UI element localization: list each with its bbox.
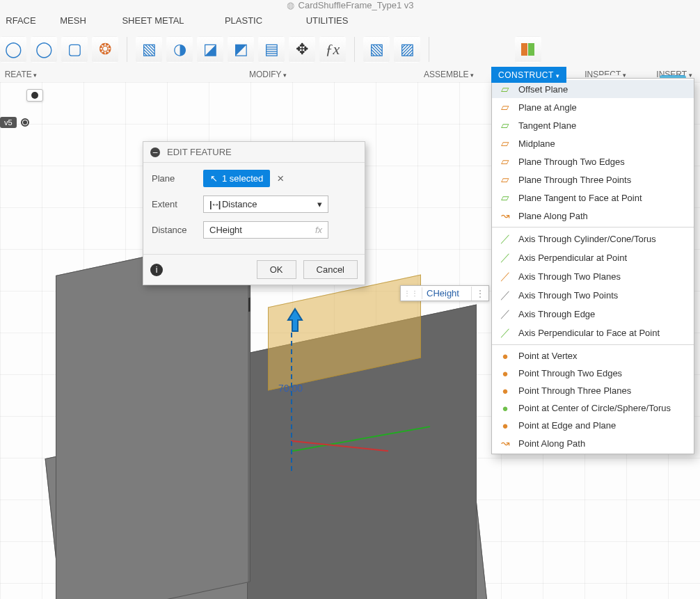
- category-mesh[interactable]: MESH: [42, 15, 104, 31]
- group-modify[interactable]: MODIFY: [223, 70, 313, 83]
- clear-selection-icon[interactable]: ×: [277, 172, 284, 186]
- category-surface[interactable]: RFACE: [0, 15, 42, 31]
- menu-axis-two-points[interactable]: ／Axis Through Two Points: [492, 286, 694, 305]
- ok-button[interactable]: OK: [257, 260, 296, 279]
- revolve-icon[interactable]: ◑: [166, 36, 193, 63]
- inline-distance-input[interactable]: ⋮⋮ ⋮: [400, 285, 489, 301]
- plane-tangent-face-icon: ▱: [499, 191, 511, 204]
- point-path-icon: ↝: [499, 437, 511, 449]
- extrude-icon[interactable]: ▧: [136, 36, 162, 63]
- group-construct-active[interactable]: CONSTRUCT: [491, 67, 566, 83]
- cancel-button[interactable]: Cancel: [303, 260, 358, 279]
- axis-perp-face-icon: ／: [499, 326, 511, 340]
- plane-three-points-icon: ▱: [499, 173, 511, 186]
- menu-plane-tangent-face[interactable]: ▱Plane Tangent to Face at Point: [492, 189, 694, 207]
- menu-separator-2: [492, 344, 694, 345]
- component-cube-icon: [287, 0, 294, 10]
- menu-axis-cct[interactable]: ／Axis Through Cylinder/Cone/Torus: [492, 230, 694, 248]
- title-bar: CardShuffleFrame_Type1 v3: [0, 0, 700, 10]
- axis-perp-point-icon: ／: [499, 251, 511, 264]
- inline-more-icon[interactable]: ⋮: [471, 287, 488, 301]
- group-assemble[interactable]: ASSEMBLE: [411, 70, 487, 83]
- drag-arrow-up-icon[interactable]: [285, 306, 305, 336]
- construct-plane-icon[interactable]: [515, 36, 541, 63]
- menu-point-three-planes[interactable]: ●Point Through Three Planes: [492, 382, 694, 399]
- edit-feature-dialog[interactable]: – EDIT FEATURE Plane ↖ 1 selected × Exte…: [143, 141, 365, 285]
- axis-edge-icon: ／: [499, 308, 511, 321]
- menu-axis-two-planes[interactable]: ／Axis Through Two Planes: [492, 267, 694, 286]
- sketch-torus-icon[interactable]: ❂: [92, 36, 118, 63]
- menu-plane-three-points[interactable]: ▱Plane Through Three Points: [492, 170, 694, 189]
- extent-label: Extent: [152, 199, 203, 209]
- point-three-planes-icon: ●: [499, 385, 511, 397]
- dialog-titlebar[interactable]: – EDIT FEATURE: [143, 142, 365, 163]
- menu-point-two-edges[interactable]: ●Point Through Two Edges: [492, 365, 694, 382]
- menu-midplane[interactable]: ▱Midplane: [492, 134, 694, 152]
- plane-path-icon: ↝: [499, 209, 511, 222]
- sweep-icon[interactable]: ◩: [228, 36, 254, 63]
- move-icon[interactable]: ✥: [289, 36, 315, 63]
- chevron-down-icon: ▾: [317, 199, 322, 209]
- parameters-fx-icon[interactable]: ƒx: [319, 36, 346, 63]
- extent-dropdown[interactable]: |↔| Distance ▾: [203, 195, 328, 213]
- menu-separator-1: [492, 227, 694, 227]
- menu-axis-perp-face[interactable]: ／Axis Perpendicular to Face at Point: [492, 324, 694, 342]
- menu-plane-at-angle[interactable]: ▱Plane at Angle: [492, 98, 694, 116]
- assemble-asbuilt-icon[interactable]: ▨: [394, 36, 420, 63]
- distance-label: Distance: [152, 225, 203, 235]
- plane-icon: ▱: [499, 83, 511, 95]
- workspace-category-row: RFACE MESH SHEET METAL PLASTIC UTILITIES: [0, 15, 700, 31]
- midplane-icon: ▱: [499, 137, 511, 150]
- group-create[interactable]: REATE: [0, 70, 42, 83]
- info-icon[interactable]: i: [150, 264, 163, 276]
- menu-point-edge-plane[interactable]: ●Point at Edge and Plane: [492, 417, 694, 434]
- plane-selection-count: 1 selected: [222, 173, 263, 184]
- version-visibility-toggle[interactable]: [21, 118, 29, 127]
- menu-axis-perp-point[interactable]: ／Axis Perpendicular at Point: [492, 248, 694, 267]
- dialog-collapse-icon[interactable]: –: [150, 147, 160, 157]
- category-utilities[interactable]: UTILITIES: [285, 15, 369, 31]
- browser-collapse-chip[interactable]: [26, 89, 43, 102]
- plane-angle-icon: ▱: [499, 101, 511, 113]
- assemble-joint-icon[interactable]: ▧: [363, 36, 390, 63]
- version-chip[interactable]: v5: [0, 117, 29, 128]
- shell-icon[interactable]: ▤: [258, 36, 285, 63]
- sketch-circle-icon[interactable]: ◯: [0, 36, 26, 63]
- collapse-dot-icon: [31, 92, 38, 99]
- menu-point-center-cst[interactable]: ●Point at Center of Circle/Sphere/Torus: [492, 399, 694, 417]
- menu-axis-through-edge[interactable]: ／Axis Through Edge: [492, 305, 694, 324]
- distance-glyph-icon: |↔|: [209, 199, 219, 209]
- distance-input[interactable]: CHeight fx: [203, 221, 328, 239]
- point-edge-plane-icon: ●: [499, 420, 511, 431]
- menu-plane-two-edges[interactable]: ▱Plane Through Two Edges: [492, 152, 694, 170]
- axis-cct-icon: ／: [499, 232, 511, 246]
- sketch-cube-icon[interactable]: ▢: [61, 36, 88, 63]
- category-sheet-metal[interactable]: SHEET METAL: [104, 15, 202, 31]
- offset-direction-line: [291, 333, 292, 472]
- plane-selection-chip[interactable]: ↖ 1 selected: [203, 170, 270, 187]
- menu-tangent-plane[interactable]: ▱Tangent Plane: [492, 116, 694, 134]
- fx-hint-icon: fx: [315, 225, 322, 235]
- axis-two-points-icon: ／: [499, 289, 511, 302]
- menu-point-along-path[interactable]: ↝Point Along Path: [492, 434, 694, 452]
- axis-two-planes-icon: ／: [499, 270, 511, 283]
- point-two-edges-icon: ●: [499, 367, 511, 379]
- tangent-plane-icon: ▱: [499, 119, 511, 131]
- dialog-footer: i OK Cancel: [143, 254, 365, 285]
- drag-grip-icon[interactable]: ⋮⋮: [401, 287, 422, 299]
- loft-icon[interactable]: ◪: [197, 36, 223, 63]
- point-center-cst-icon: ●: [499, 402, 511, 414]
- dialog-body: Plane ↖ 1 selected × Extent |↔| Distance…: [143, 163, 365, 254]
- menu-plane-along-path[interactable]: ↝Plane Along Path: [492, 207, 694, 225]
- offset-dimension-readout: 70.00: [278, 383, 303, 394]
- document-filename: CardShuffleFrame_Type1 v3: [299, 0, 414, 10]
- svg-rect-1: [528, 43, 534, 56]
- menu-point-vertex[interactable]: ●Point at Vertex: [492, 347, 694, 365]
- svg-rect-0: [521, 43, 527, 56]
- category-plastic[interactable]: PLASTIC: [202, 15, 285, 31]
- distance-value: CHeight: [209, 225, 242, 235]
- plane-two-edges-icon: ▱: [499, 155, 511, 168]
- inline-distance-field[interactable]: [422, 286, 471, 301]
- construct-menu[interactable]: ▱Offset Plane ▱Plane at Angle ▱Tangent P…: [491, 78, 694, 454]
- sketch-box-icon[interactable]: ◯: [31, 36, 57, 63]
